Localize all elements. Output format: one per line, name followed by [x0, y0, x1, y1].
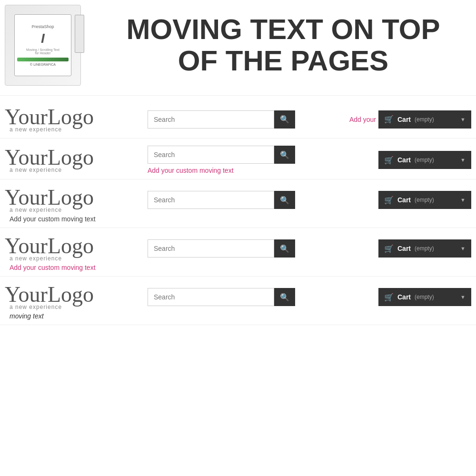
- search-area-5: 🔍: [148, 288, 376, 306]
- product-brand: © LINEGRAFICA: [30, 63, 56, 66]
- search-button-4[interactable]: 🔍: [274, 239, 295, 258]
- cart-area-5: 🛒 Cart (empty) ▼: [376, 288, 471, 306]
- logo-area-3: YourLogo a new experience: [5, 187, 148, 213]
- search-icon-1: 🔍: [280, 115, 289, 124]
- cart-empty-2: (empty): [415, 157, 434, 163]
- cart-arrow-5: ▼: [460, 294, 466, 300]
- moving-text-3: Add your custom moving text: [5, 215, 471, 223]
- search-bar-4: 🔍: [148, 239, 295, 258]
- cart-empty-4: (empty): [415, 245, 434, 252]
- product-stripe: [17, 58, 69, 61]
- logo-area-2: YourLogo a new experience: [5, 147, 148, 173]
- moving-text-2: Add your custom moving text: [148, 167, 234, 174]
- cart-label-3: Cart: [397, 196, 411, 204]
- cart-icon-2: 🛒: [384, 156, 394, 165]
- search-icon-5: 🔍: [280, 293, 289, 302]
- product-box: PrestaShop I Moving / Scrolling Textfor …: [5, 5, 81, 86]
- cart-area-3: 🛒 Cart (empty) ▼: [376, 191, 471, 209]
- cart-area-4: 🛒 Cart (empty) ▼: [376, 239, 471, 258]
- search-input-1[interactable]: [148, 110, 274, 129]
- search-input-3[interactable]: [148, 191, 274, 209]
- cart-icon-1: 🛒: [384, 115, 394, 124]
- search-bar-1: 🔍: [148, 110, 295, 129]
- product-tag: [75, 15, 84, 53]
- search-bar-5: 🔍: [148, 288, 295, 306]
- hero-title: MOVING TEXT ON TOP OF THE PAGES: [100, 14, 466, 77]
- logo-text-3: YourLogo: [5, 187, 148, 208]
- search-area-2: 🔍 Add your custom moving text: [148, 146, 376, 174]
- search-input-2[interactable]: [148, 146, 274, 164]
- search-icon-2: 🔍: [280, 150, 289, 159]
- search-icon-4: 🔍: [280, 244, 289, 253]
- cart-icon-5: 🛒: [384, 293, 394, 302]
- logo-text-1: YourLogo: [5, 106, 148, 128]
- cart-empty-3: (empty): [415, 197, 434, 203]
- search-area-1: 🔍: [148, 110, 345, 129]
- cart-empty-5: (empty): [415, 294, 434, 300]
- search-area-3: 🔍: [148, 191, 376, 209]
- search-button-3[interactable]: 🔍: [274, 191, 295, 209]
- logo-text-2: YourLogo: [5, 147, 148, 169]
- cart-label-4: Cart: [397, 245, 411, 252]
- logo-text-5: YourLogo: [5, 284, 148, 306]
- cart-arrow-3: ▼: [460, 197, 466, 203]
- store-row-2-inner: YourLogo a new experience 🔍 Add your cus…: [5, 146, 471, 174]
- cart-icon-3: 🛒: [384, 196, 394, 205]
- product-box-inner: PrestaShop I Moving / Scrolling Textfor …: [14, 14, 71, 76]
- cart-button-1[interactable]: 🛒 Cart (empty) ▼: [378, 110, 471, 129]
- store-row-1: YourLogo a new experience 🔍 Add your 🛒 C…: [0, 96, 476, 139]
- product-description: Moving / Scrolling Textfor Header: [26, 48, 60, 55]
- logo-text-4: YourLogo: [5, 235, 148, 257]
- store-row-3: YourLogo a new experience 🔍 🛒 Cart (empt…: [0, 179, 476, 228]
- cart-button-2[interactable]: 🛒 Cart (empty) ▼: [378, 151, 471, 169]
- cart-area-1: 🛒 Cart (empty) ▼: [376, 110, 471, 129]
- hero-section: PrestaShop I Moving / Scrolling Textfor …: [0, 0, 476, 96]
- cart-button-5[interactable]: 🛒 Cart (empty) ▼: [378, 288, 471, 306]
- store-row-5: YourLogo a new experience 🔍 🛒 Cart (empt…: [0, 277, 476, 325]
- cart-button-4[interactable]: 🛒 Cart (empty) ▼: [378, 239, 471, 258]
- cart-label-2: Cart: [397, 156, 411, 164]
- hero-product-image: PrestaShop I Moving / Scrolling Textfor …: [5, 5, 100, 86]
- search-input-5[interactable]: [148, 288, 274, 306]
- cart-arrow-1: ▼: [460, 117, 466, 122]
- moving-text-4: Add your custom moving text: [5, 264, 471, 271]
- search-bar-3: 🔍: [148, 191, 295, 209]
- search-area-4: 🔍: [148, 239, 376, 258]
- store-row-4: YourLogo a new experience 🔍 🛒 Cart (empt…: [0, 228, 476, 277]
- cart-area-2: 🛒 Cart (empty) ▼: [376, 151, 471, 169]
- store-row-2: YourLogo a new experience 🔍 Add your cus…: [0, 139, 476, 179]
- cart-arrow-4: ▼: [460, 246, 466, 251]
- store-row-5-inner: YourLogo a new experience 🔍 🛒 Cart (empt…: [5, 284, 471, 310]
- cart-empty-1: (empty): [415, 116, 434, 123]
- logo-area-5: YourLogo a new experience: [5, 284, 148, 310]
- search-button-5[interactable]: 🔍: [274, 288, 295, 306]
- logo-area-1: YourLogo a new experience: [5, 106, 148, 133]
- search-icon-3: 🔍: [280, 196, 289, 205]
- cart-label-5: Cart: [397, 293, 411, 301]
- moving-text-5: moving text: [5, 312, 471, 320]
- store-row-4-inner: YourLogo a new experience 🔍 🛒 Cart (empt…: [5, 235, 471, 262]
- moving-text-1: Add your: [349, 116, 376, 123]
- cart-label-1: Cart: [397, 116, 411, 123]
- search-button-2[interactable]: 🔍: [274, 146, 295, 164]
- prestashop-logo: PrestaShop: [31, 24, 54, 29]
- search-bar-2: 🔍: [148, 146, 295, 164]
- cart-arrow-2: ▼: [460, 157, 466, 163]
- store-row-3-inner: YourLogo a new experience 🔍 🛒 Cart (empt…: [5, 187, 471, 213]
- product-icon: I: [41, 31, 45, 46]
- search-input-4[interactable]: [148, 239, 274, 258]
- logo-area-4: YourLogo a new experience: [5, 235, 148, 262]
- search-button-1[interactable]: 🔍: [274, 110, 295, 129]
- cart-button-3[interactable]: 🛒 Cart (empty) ▼: [378, 191, 471, 209]
- cart-icon-4: 🛒: [384, 244, 394, 253]
